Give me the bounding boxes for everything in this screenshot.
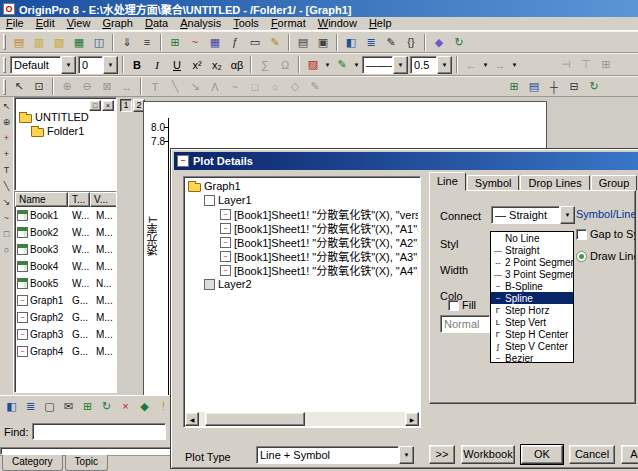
new-folder-button[interactable]: ▥	[29, 33, 49, 52]
code-builder-button[interactable]: {}	[401, 33, 421, 52]
dialog-tab[interactable]: Line	[429, 172, 466, 191]
new-layout-button[interactable]: ▭	[245, 33, 265, 52]
tree-node-graph1[interactable]: Graph1	[186, 179, 418, 193]
messages-log-toggle[interactable]: ✉	[60, 397, 77, 416]
menu-item[interactable]: File	[0, 17, 30, 30]
project-root-node[interactable]: UNTITLED	[15, 110, 116, 124]
save-project-button[interactable]: ◫	[89, 33, 109, 52]
dialog-tab[interactable]: Symbol	[467, 175, 520, 191]
zoom-out-button[interactable]: ⊖	[77, 77, 97, 96]
symbol-map-button[interactable]: Ω	[275, 55, 295, 74]
arrow-tool[interactable]: ↘	[1, 196, 13, 208]
project-item-row[interactable]: Graph4 G... M...	[15, 343, 116, 360]
screen-reader-tool[interactable]: +	[1, 148, 13, 160]
chevron-down-icon[interactable]: ▼	[352, 62, 361, 68]
project-item-row[interactable]: Book3 W... M...	[15, 241, 116, 258]
scroll-left-button[interactable]: ◀	[185, 412, 199, 426]
dialog-tab[interactable]: Group	[591, 175, 638, 191]
dropdown-option[interactable]: Γ Step H Center	[491, 328, 573, 340]
chevron-down-icon[interactable]: ▼	[481, 62, 490, 68]
arrow-end-button[interactable]: →▼	[490, 55, 519, 74]
column-header-type[interactable]: T...	[68, 192, 90, 207]
dock-button[interactable]: □	[89, 100, 101, 111]
chevron-down-icon[interactable]: ▼	[103, 56, 118, 74]
duplicate-button[interactable]: ▣	[313, 33, 333, 52]
scrollbar-thumb[interactable]	[205, 412, 305, 426]
subscript-button[interactable]: x₂	[207, 55, 227, 74]
custom-routine-button[interactable]: ◆	[429, 33, 449, 52]
align-top-button[interactable]: ⊤	[576, 55, 596, 74]
chevron-down-icon[interactable]: ▼	[393, 56, 408, 74]
project-explorer-button[interactable]: ◧	[341, 33, 361, 52]
import-ascii-button[interactable]: ≡	[137, 33, 157, 52]
add-column-button[interactable]: ⊞	[79, 397, 96, 416]
fill-area-checkbox[interactable]: Fill	[448, 299, 476, 311]
print-button[interactable]: ▤	[293, 33, 313, 52]
close-button[interactable]: ×	[102, 100, 114, 111]
circle-tool-button[interactable]: ○	[265, 77, 285, 96]
rotate-button[interactable]: ↻	[584, 77, 604, 96]
dropdown-option[interactable]: — 3 Point Segment	[491, 268, 573, 280]
project-item-row[interactable]: Book1 W... M...	[15, 207, 116, 224]
menu-item[interactable]: Tools	[227, 17, 265, 30]
circle-tool[interactable]: ○	[1, 244, 13, 256]
font-style-combo[interactable]: Default ▼	[10, 56, 76, 74]
greek-button[interactable]: αβ	[227, 55, 247, 74]
dropdown-option[interactable]: ~ Spline	[491, 292, 573, 304]
rescale-button[interactable]: ⊠	[97, 77, 117, 96]
chevron-down-icon[interactable]: ▼	[61, 56, 76, 74]
apply-button[interactable]: Apply	[621, 445, 638, 464]
dropdown-option[interactable]: Γ Step Horz	[491, 304, 573, 316]
dropdown-option[interactable]: ~ B-Spline	[491, 280, 573, 292]
fit-page-button[interactable]: ⊟	[564, 77, 584, 96]
align-left-button[interactable]: ⊣	[556, 55, 576, 74]
rectangle-tool-button[interactable]: □	[245, 77, 265, 96]
curve-tool[interactable]: ~	[1, 212, 13, 224]
project-folder-node[interactable]: Folder1	[15, 124, 116, 138]
add-axis-button[interactable]: ┼	[544, 77, 564, 96]
dropdown-option[interactable]: No Line	[491, 232, 573, 244]
pointer-tool[interactable]: ↖	[1, 100, 13, 112]
fill-color-button[interactable]: ▨▼	[303, 55, 332, 74]
menu-item[interactable]: Help	[363, 17, 398, 30]
polyline-tool-button[interactable]: Λ	[205, 77, 225, 96]
dropdown-option[interactable]: -- 2 Point Segment	[491, 256, 573, 268]
find-input[interactable]	[32, 423, 166, 440]
line-tool[interactable]: ╲	[1, 180, 13, 192]
column-header-view[interactable]: V...	[90, 192, 117, 207]
script-window-toggle[interactable]: ▢	[41, 397, 58, 416]
rectangle-tool[interactable]: □	[1, 228, 13, 240]
results-log-toggle[interactable]: ≣	[22, 397, 39, 416]
tree-node-plot[interactable]: [Book1]Sheet1! "分散氧化铁"(X), "A1"(	[186, 221, 418, 235]
menu-item[interactable]: Analysis	[174, 17, 227, 30]
italic-button[interactable]: I	[147, 55, 167, 74]
new-graph-button[interactable]: ~	[185, 33, 205, 52]
lock-button[interactable]: ◆	[136, 397, 153, 416]
text-tool-button[interactable]: T	[145, 77, 165, 96]
font-size-combo[interactable]: 0 ▼	[78, 56, 118, 74]
project-item-row[interactable]: Graph3 G... M...	[15, 326, 116, 343]
tree-node-plot[interactable]: [Book1]Sheet1! "分散氧化铁"(X), "A4"(	[186, 263, 418, 277]
new-matrix-button[interactable]: ▦	[205, 33, 225, 52]
region-mask-button[interactable]: ⊡	[29, 77, 49, 96]
zoom-tool[interactable]: ⊕	[1, 116, 13, 128]
menu-item[interactable]: Graph	[96, 17, 139, 30]
project-item-row[interactable]: Book2 W... M...	[15, 224, 116, 241]
expand-button[interactable]: >>	[429, 445, 455, 464]
script-window-button[interactable]: ✎	[381, 33, 401, 52]
dropdown-option[interactable]: ~ Bezier	[491, 352, 573, 363]
plot-type-combo[interactable]: Line + Symbol ▼	[256, 446, 414, 464]
new-workbook-button[interactable]: ⊞	[165, 33, 185, 52]
dialog-tab[interactable]: Drop Lines	[520, 175, 589, 191]
line-color-button[interactable]: ✎▼	[332, 55, 361, 74]
project-item-row[interactable]: Graph2 G... M...	[15, 309, 116, 326]
tree-node-layer2[interactable]: Layer2	[186, 277, 418, 291]
dropdown-option[interactable]: L Step Vert	[491, 316, 573, 328]
new-layer-button[interactable]: ⊞	[504, 77, 524, 96]
tab-topic[interactable]: Topic	[65, 455, 108, 471]
menu-item[interactable]: Format	[265, 17, 312, 30]
dropdown-option[interactable]: ʃ Step V Center	[491, 340, 573, 352]
line-width-combo[interactable]: 0.5 ▼	[410, 56, 452, 74]
toolbar-grip[interactable]	[3, 57, 6, 73]
dropdown-option[interactable]: — Straight	[491, 244, 573, 256]
